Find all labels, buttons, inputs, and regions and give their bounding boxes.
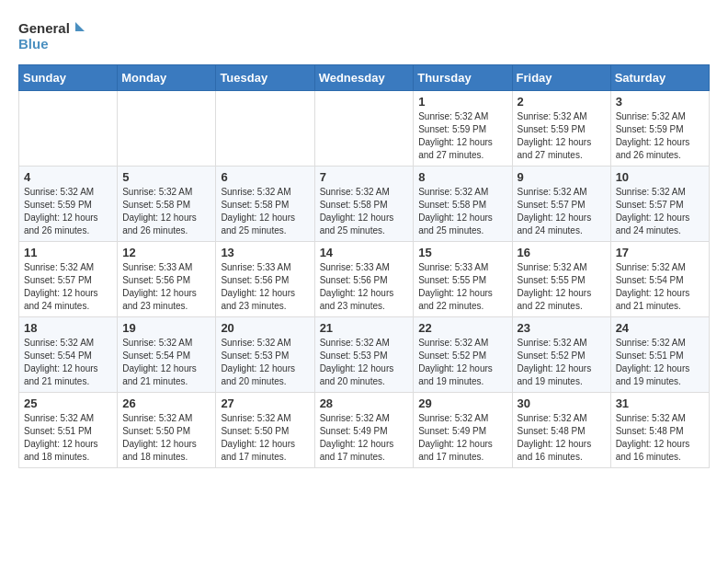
day-info: Sunrise: 5:32 AM Sunset: 5:59 PM Dayligh…: [24, 186, 112, 237]
day-info: Sunrise: 5:32 AM Sunset: 5:59 PM Dayligh…: [418, 110, 506, 162]
day-number: 17: [616, 246, 704, 259]
day-info: Sunrise: 5:32 AM Sunset: 5:59 PM Dayligh…: [616, 110, 704, 162]
day-info: Sunrise: 5:33 AM Sunset: 5:56 PM Dayligh…: [221, 261, 309, 313]
day-header-friday: Friday: [512, 65, 610, 91]
calendar-cell: [19, 91, 118, 167]
day-number: 9: [518, 170, 606, 184]
calendar-cell: 7Sunrise: 5:32 AM Sunset: 5:58 PM Daylig…: [314, 167, 414, 242]
day-info: Sunrise: 5:32 AM Sunset: 5:58 PM Dayligh…: [122, 186, 210, 237]
calendar-week-3: 11Sunrise: 5:32 AM Sunset: 5:57 PM Dayli…: [19, 242, 710, 317]
day-number: 2: [518, 95, 606, 109]
day-number: 16: [518, 246, 606, 259]
day-number: 19: [122, 321, 210, 335]
day-info: Sunrise: 5:32 AM Sunset: 5:52 PM Dayligh…: [518, 337, 606, 388]
day-info: Sunrise: 5:32 AM Sunset: 5:51 PM Dayligh…: [616, 337, 704, 388]
calendar-cell: 22Sunrise: 5:32 AM Sunset: 5:52 PM Dayli…: [414, 317, 512, 393]
day-number: 3: [616, 95, 704, 109]
calendar-cell: 18Sunrise: 5:32 AM Sunset: 5:54 PM Dayli…: [19, 317, 118, 393]
day-number: 27: [221, 396, 309, 410]
calendar-cell: 12Sunrise: 5:33 AM Sunset: 5:56 PM Dayli…: [118, 242, 216, 317]
day-info: Sunrise: 5:32 AM Sunset: 5:49 PM Dayligh…: [418, 412, 506, 464]
calendar-cell: 29Sunrise: 5:32 AM Sunset: 5:49 PM Dayli…: [414, 393, 512, 468]
day-info: Sunrise: 5:32 AM Sunset: 5:49 PM Dayligh…: [320, 412, 409, 464]
day-number: 18: [24, 321, 112, 335]
day-header-monday: Monday: [118, 65, 216, 91]
day-info: Sunrise: 5:32 AM Sunset: 5:57 PM Dayligh…: [24, 261, 112, 313]
day-number: 10: [616, 170, 704, 184]
day-number: 13: [221, 246, 309, 259]
calendar-cell: 1Sunrise: 5:32 AM Sunset: 5:59 PM Daylig…: [414, 91, 512, 167]
day-number: 11: [24, 246, 112, 259]
day-info: Sunrise: 5:32 AM Sunset: 5:48 PM Dayligh…: [518, 412, 606, 464]
day-info: Sunrise: 5:32 AM Sunset: 5:58 PM Dayligh…: [221, 186, 309, 237]
calendar-cell: 11Sunrise: 5:32 AM Sunset: 5:57 PM Dayli…: [19, 242, 118, 317]
calendar-cell: 24Sunrise: 5:32 AM Sunset: 5:51 PM Dayli…: [610, 317, 709, 393]
day-info: Sunrise: 5:32 AM Sunset: 5:58 PM Dayligh…: [320, 186, 409, 237]
day-number: 21: [320, 321, 409, 335]
day-info: Sunrise: 5:32 AM Sunset: 5:50 PM Dayligh…: [122, 412, 210, 464]
calendar-cell: 16Sunrise: 5:32 AM Sunset: 5:55 PM Dayli…: [512, 242, 610, 317]
day-number: 31: [616, 396, 704, 410]
day-number: 29: [418, 396, 506, 410]
day-info: Sunrise: 5:32 AM Sunset: 5:59 PM Dayligh…: [518, 110, 606, 162]
day-info: Sunrise: 5:32 AM Sunset: 5:54 PM Dayligh…: [616, 261, 704, 313]
calendar-cell: 20Sunrise: 5:32 AM Sunset: 5:53 PM Dayli…: [216, 317, 314, 393]
logo: General Blue: [18, 18, 92, 55]
calendar-cell: 21Sunrise: 5:32 AM Sunset: 5:53 PM Dayli…: [314, 317, 414, 393]
day-header-thursday: Thursday: [414, 65, 512, 91]
day-number: 7: [320, 170, 409, 184]
day-info: Sunrise: 5:32 AM Sunset: 5:52 PM Dayligh…: [418, 337, 506, 388]
calendar-cell: 14Sunrise: 5:33 AM Sunset: 5:56 PM Dayli…: [314, 242, 414, 317]
day-info: Sunrise: 5:32 AM Sunset: 5:53 PM Dayligh…: [221, 337, 309, 388]
calendar-cell: 9Sunrise: 5:32 AM Sunset: 5:57 PM Daylig…: [512, 167, 610, 242]
calendar-cell: [216, 91, 314, 167]
calendar-cell: 27Sunrise: 5:32 AM Sunset: 5:50 PM Dayli…: [216, 393, 314, 468]
day-number: 24: [616, 321, 704, 335]
day-info: Sunrise: 5:32 AM Sunset: 5:53 PM Dayligh…: [320, 337, 409, 388]
calendar-week-2: 4Sunrise: 5:32 AM Sunset: 5:59 PM Daylig…: [19, 167, 710, 242]
day-info: Sunrise: 5:32 AM Sunset: 5:50 PM Dayligh…: [221, 412, 309, 464]
day-number: 1: [418, 95, 506, 109]
svg-marker-2: [75, 22, 85, 31]
day-number: 5: [122, 170, 210, 184]
day-info: Sunrise: 5:32 AM Sunset: 5:48 PM Dayligh…: [616, 412, 704, 464]
calendar-cell: 10Sunrise: 5:32 AM Sunset: 5:57 PM Dayli…: [610, 167, 709, 242]
day-number: 12: [122, 246, 210, 259]
calendar-cell: 23Sunrise: 5:32 AM Sunset: 5:52 PM Dayli…: [512, 317, 610, 393]
page-header: General Blue: [18, 18, 710, 55]
calendar-cell: 26Sunrise: 5:32 AM Sunset: 5:50 PM Dayli…: [118, 393, 216, 468]
day-info: Sunrise: 5:33 AM Sunset: 5:56 PM Dayligh…: [122, 261, 210, 313]
day-number: 4: [24, 170, 112, 184]
day-info: Sunrise: 5:32 AM Sunset: 5:54 PM Dayligh…: [122, 337, 210, 388]
calendar-cell: 30Sunrise: 5:32 AM Sunset: 5:48 PM Dayli…: [512, 393, 610, 468]
calendar-cell: 13Sunrise: 5:33 AM Sunset: 5:56 PM Dayli…: [216, 242, 314, 317]
calendar-week-5: 25Sunrise: 5:32 AM Sunset: 5:51 PM Dayli…: [19, 393, 710, 468]
day-number: 23: [518, 321, 606, 335]
calendar-table: SundayMondayTuesdayWednesdayThursdayFrid…: [18, 64, 710, 468]
calendar-cell: 19Sunrise: 5:32 AM Sunset: 5:54 PM Dayli…: [118, 317, 216, 393]
day-number: 6: [221, 170, 309, 184]
calendar-week-1: 1Sunrise: 5:32 AM Sunset: 5:59 PM Daylig…: [19, 91, 710, 167]
calendar-cell: 6Sunrise: 5:32 AM Sunset: 5:58 PM Daylig…: [216, 167, 314, 242]
day-header-saturday: Saturday: [610, 65, 709, 91]
day-number: 15: [418, 246, 506, 259]
day-info: Sunrise: 5:32 AM Sunset: 5:57 PM Dayligh…: [616, 186, 704, 237]
day-number: 28: [320, 396, 409, 410]
svg-text:Blue: Blue: [18, 36, 49, 52]
day-info: Sunrise: 5:32 AM Sunset: 5:58 PM Dayligh…: [418, 186, 506, 237]
day-number: 30: [518, 396, 606, 410]
day-number: 8: [418, 170, 506, 184]
day-info: Sunrise: 5:32 AM Sunset: 5:55 PM Dayligh…: [518, 261, 606, 313]
day-header-tuesday: Tuesday: [216, 65, 314, 91]
day-header-wednesday: Wednesday: [314, 65, 414, 91]
calendar-cell: 2Sunrise: 5:32 AM Sunset: 5:59 PM Daylig…: [512, 91, 610, 167]
svg-text:General: General: [18, 20, 70, 36]
calendar-header-row: SundayMondayTuesdayWednesdayThursdayFrid…: [19, 65, 710, 91]
day-number: 25: [24, 396, 112, 410]
calendar-cell: 25Sunrise: 5:32 AM Sunset: 5:51 PM Dayli…: [19, 393, 118, 468]
calendar-cell: [314, 91, 414, 167]
calendar-week-4: 18Sunrise: 5:32 AM Sunset: 5:54 PM Dayli…: [19, 317, 710, 393]
day-info: Sunrise: 5:32 AM Sunset: 5:51 PM Dayligh…: [24, 412, 112, 464]
calendar-cell: 28Sunrise: 5:32 AM Sunset: 5:49 PM Dayli…: [314, 393, 414, 468]
day-number: 20: [221, 321, 309, 335]
